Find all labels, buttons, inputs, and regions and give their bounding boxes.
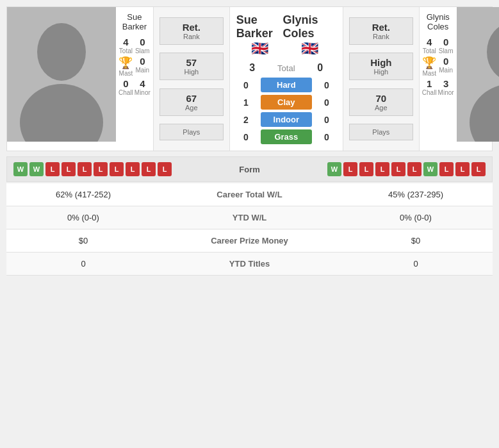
surface-row-grass: 0 Grass 0: [236, 129, 336, 144]
player1-photo: [7, 7, 116, 142]
player1-mast-cell: 🏆 Mast: [119, 56, 133, 77]
player1-total-cell: 4 Total: [119, 37, 133, 54]
form-badge-l: L: [110, 162, 124, 176]
player2-rank-box: Ret. Rank: [349, 17, 413, 45]
player1-main-cell: 0 Main: [135, 56, 151, 77]
player1-main-value: 0: [135, 56, 151, 67]
player1-high-label: High: [163, 68, 220, 76]
player2-middle-box: Ret. Rank High High 70 Age Plays: [343, 7, 420, 151]
player1-middle-box: Ret. Rank 57 High 67 Age Plays: [153, 7, 230, 151]
career-stat-row-3: 0 YTD Titles 0: [6, 253, 493, 276]
player2-high-value: High: [352, 57, 410, 68]
player2-info: Glynis Coles 4 Total 0 Slam 🏆 Mast 0 Mai…: [420, 7, 457, 151]
player2-minor-label: Minor: [438, 89, 454, 96]
form-badge-l: L: [45, 162, 60, 176]
form-badge-l: L: [94, 162, 108, 176]
form-section: WWLLLLLLLL Form WLLLLLWLLL: [6, 156, 493, 182]
total-score-p2: 0: [311, 62, 330, 74]
player2-mast-label: Mast: [422, 70, 437, 77]
player1-total-value: 4: [119, 37, 133, 47]
player2-mast-cell: 🏆 Mast: [422, 56, 437, 77]
player2-plays-label: Plays: [352, 128, 410, 136]
form-label: Form: [239, 165, 260, 174]
center-match-section: Sue Barker 🇬🇧 Glynis Coles 🇬🇧 3 Total 0 …: [230, 7, 343, 151]
player2-main-cell: 0 Main: [438, 56, 454, 77]
player1-flag: 🇬🇧: [251, 40, 268, 57]
player2-minor-value: 3: [438, 78, 454, 89]
center-player1-name: Sue Barker: [236, 13, 283, 40]
surface-score-p2-grass: 0: [317, 132, 336, 142]
player1-age-label: Age: [163, 104, 220, 112]
player1-main-label: Main: [135, 67, 151, 74]
form-badge-l: L: [343, 162, 357, 176]
player1-rank-value: Ret.: [163, 22, 220, 33]
player2-form-badges: WLLLLLWLLL: [327, 162, 486, 176]
total-label: Total: [267, 63, 306, 73]
main-container: Sue Barker 4 Total 0 Slam 🏆 Mast 0 Main: [0, 0, 499, 282]
surface-score-p2-indoor: 0: [317, 115, 336, 125]
total-score-p1: 3: [243, 62, 262, 74]
surface-badge-clay: Clay: [261, 95, 312, 110]
player1-mast-label: Mast: [119, 70, 133, 77]
surface-badge-hard: Hard: [261, 78, 312, 92]
surface-badge-grass: Grass: [261, 129, 312, 144]
form-badge-l: L: [439, 162, 454, 176]
player1-high-box: 57 High: [160, 53, 224, 80]
form-badge-l: L: [78, 162, 92, 176]
player2-slam-cell: 0 Slam: [438, 37, 454, 54]
player2-mast-value: 🏆: [422, 56, 437, 70]
career-stat-label-1: YTD W/L: [147, 213, 352, 222]
player2-age-box: 70 Age: [349, 88, 413, 116]
form-badge-l: L: [375, 162, 389, 176]
career-stat-p2-0: 45% (237-295): [352, 190, 480, 199]
surface-row-hard: 0 Hard 0: [236, 78, 336, 92]
form-badge-w: W: [29, 162, 44, 176]
surface-score-p1-indoor: 2: [236, 115, 256, 125]
svg-point-1: [37, 23, 86, 81]
player1-total-label: Total: [119, 47, 133, 54]
player2-slam-label: Slam: [438, 47, 454, 54]
player1-slam-label: Slam: [135, 47, 151, 54]
player1-plays-box: Plays: [160, 124, 224, 140]
player2-age-value: 70: [352, 93, 410, 104]
top-section: Sue Barker 4 Total 0 Slam 🏆 Mast 0 Main: [6, 6, 493, 151]
player1-minor-label: Minor: [135, 89, 151, 96]
career-stat-p2-2: $0: [352, 236, 480, 245]
player2-total-label: Total: [422, 47, 437, 54]
surface-score-p2-clay: 0: [317, 97, 336, 108]
surface-score-p1-clay: 1: [236, 97, 256, 108]
form-badge-l: L: [391, 162, 405, 176]
career-stat-label-3: YTD Titles: [147, 259, 352, 269]
player1-high-value: 57: [163, 57, 220, 68]
career-stats-section: 62% (417-252) Career Total W/L 45% (237-…: [6, 183, 493, 276]
player1-chall-label: Chall: [119, 89, 133, 96]
player1-slam-value: 0: [135, 37, 151, 47]
player2-high-label: High: [352, 68, 410, 76]
center-player2-name: Glynis Coles: [282, 13, 336, 40]
surface-score-p1-hard: 0: [236, 80, 256, 90]
career-stat-p1-3: 0: [19, 259, 147, 269]
career-stat-row-2: $0 Career Prize Money $0: [6, 229, 493, 253]
career-stat-label-0: Career Total W/L: [147, 190, 352, 199]
player2-age-label: Age: [352, 104, 410, 112]
player2-plays-box: Plays: [349, 124, 413, 140]
player2-total-cell: 4 Total: [422, 37, 437, 54]
player1-form-badges: WWLLLLLLLL: [13, 162, 172, 176]
player1-minor-value: 4: [135, 78, 151, 89]
form-badge-l: L: [61, 162, 76, 176]
surface-rows: 0 Hard 0 1 Clay 0 2 Indoor 0 0 Grass 0: [230, 78, 343, 144]
player1-plays-label: Plays: [163, 128, 220, 136]
player1-age-box: 67 Age: [160, 88, 224, 116]
player2-total-value: 4: [422, 37, 437, 47]
form-badge-l: L: [471, 162, 486, 176]
player1-mast-value: 🏆: [119, 56, 133, 70]
player2-rank-label: Rank: [352, 33, 410, 40]
form-badge-l: L: [126, 162, 140, 176]
form-badge-l: L: [455, 162, 470, 176]
player2-high-box: High High: [349, 53, 413, 80]
surface-score-p2-hard: 0: [317, 80, 336, 90]
surface-row-indoor: 2 Indoor 0: [236, 112, 336, 127]
player2-main-label: Main: [438, 67, 454, 74]
career-stat-label-2: Career Prize Money: [147, 236, 352, 245]
player-names-row: Sue Barker 🇬🇧 Glynis Coles 🇬🇧: [230, 13, 343, 57]
